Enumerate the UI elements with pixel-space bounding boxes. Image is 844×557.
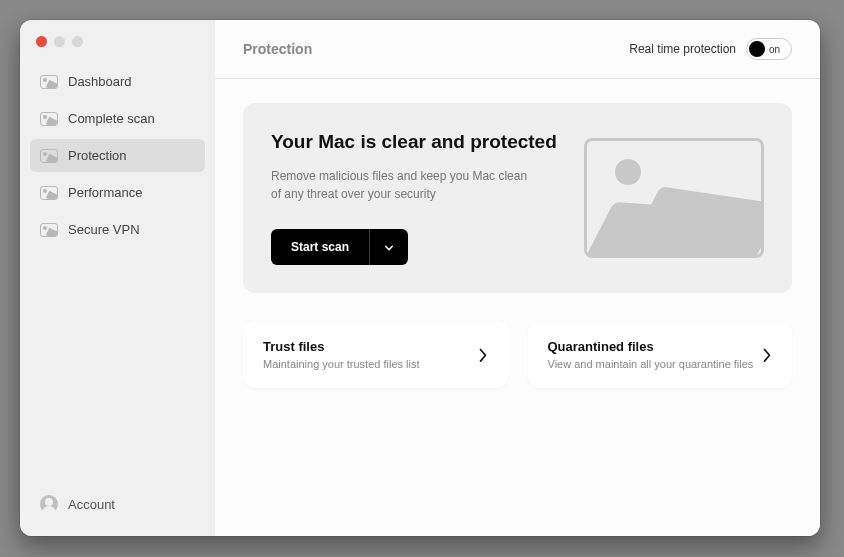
start-scan-dropdown[interactable]	[369, 229, 408, 265]
sidebar-item-complete-scan[interactable]: Complete scan	[30, 102, 205, 135]
quarantined-files-subtitle: View and maintain all your quarantine fi…	[548, 358, 754, 370]
main-panel: Protection Real time protection on Your …	[215, 20, 820, 536]
quarantined-files-title: Quarantined files	[548, 339, 754, 354]
hero-text: Your Mac is clear and protected Remove m…	[271, 131, 564, 265]
header: Protection Real time protection on	[215, 20, 820, 79]
content-area: Your Mac is clear and protected Remove m…	[215, 79, 820, 536]
sidebar-item-protection[interactable]: Protection	[30, 139, 205, 172]
chevron-right-icon	[478, 347, 488, 363]
hero-illustration	[584, 138, 764, 258]
placeholder-sun-icon	[615, 159, 641, 185]
toggle-state-label: on	[769, 44, 780, 55]
image-icon	[40, 223, 58, 237]
sidebar-item-performance[interactable]: Performance	[30, 176, 205, 209]
realtime-protection-toggle[interactable]: on	[746, 38, 792, 60]
maximize-window-icon[interactable]	[72, 36, 83, 47]
sidebar: Dashboard Complete scan Protection Perfo…	[20, 20, 215, 536]
trust-files-subtitle: Maintaining your trusted files list	[263, 358, 420, 370]
image-icon	[40, 186, 58, 200]
account-label: Account	[68, 497, 115, 512]
page-title: Protection	[243, 41, 312, 57]
sidebar-nav: Dashboard Complete scan Protection Perfo…	[30, 65, 205, 246]
close-window-icon[interactable]	[36, 36, 47, 47]
sidebar-item-dashboard[interactable]: Dashboard	[30, 65, 205, 98]
image-icon	[40, 149, 58, 163]
app-window: Dashboard Complete scan Protection Perfo…	[20, 20, 820, 536]
sidebar-item-account[interactable]: Account	[30, 486, 205, 522]
placeholder-mountain-icon	[621, 186, 764, 258]
sidebar-item-label: Protection	[68, 148, 127, 163]
sidebar-item-label: Dashboard	[68, 74, 132, 89]
realtime-protection-control: Real time protection on	[629, 38, 792, 60]
hero-title: Your Mac is clear and protected	[271, 131, 564, 153]
card-text: Quarantined files View and maintain all …	[548, 339, 754, 370]
image-icon	[40, 112, 58, 126]
start-scan-label: Start scan	[271, 229, 369, 265]
realtime-protection-label: Real time protection	[629, 42, 736, 56]
trust-files-card[interactable]: Trust files Maintaining your trusted fil…	[243, 321, 508, 388]
chevron-down-icon	[384, 242, 394, 252]
image-icon	[40, 75, 58, 89]
action-cards: Trust files Maintaining your trusted fil…	[243, 321, 792, 388]
start-scan-button[interactable]: Start scan	[271, 229, 408, 265]
window-controls	[30, 34, 205, 65]
sidebar-item-label: Performance	[68, 185, 142, 200]
sidebar-item-label: Secure VPN	[68, 222, 140, 237]
trust-files-title: Trust files	[263, 339, 420, 354]
hero-subtitle: Remove malicious files and keep you Mac …	[271, 167, 531, 203]
protection-hero: Your Mac is clear and protected Remove m…	[243, 103, 792, 293]
sidebar-item-secure-vpn[interactable]: Secure VPN	[30, 213, 205, 246]
chevron-right-icon	[762, 347, 772, 363]
user-icon	[40, 495, 58, 513]
sidebar-item-label: Complete scan	[68, 111, 155, 126]
toggle-knob-icon	[749, 41, 765, 57]
quarantined-files-card[interactable]: Quarantined files View and maintain all …	[528, 321, 793, 388]
card-text: Trust files Maintaining your trusted fil…	[263, 339, 420, 370]
minimize-window-icon[interactable]	[54, 36, 65, 47]
